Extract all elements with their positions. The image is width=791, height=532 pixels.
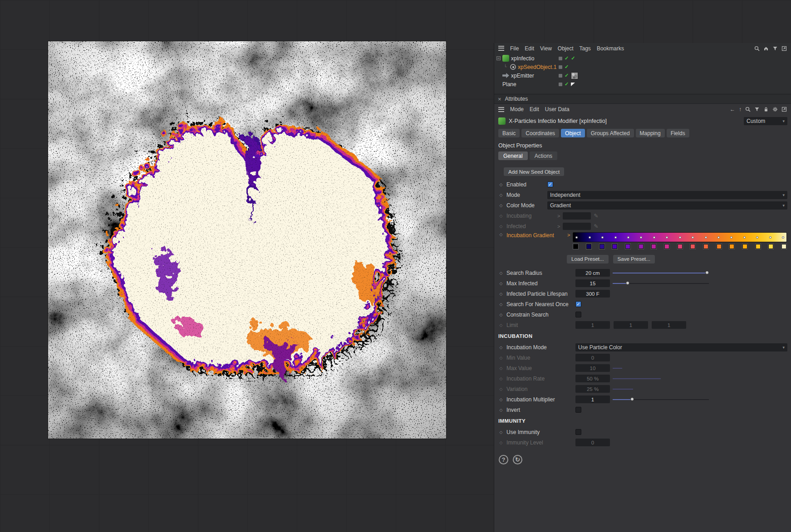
mode-dropdown[interactable]: Independent ▾ [547,191,787,199]
expander-icon[interactable]: − [496,56,501,60]
max-infected-input[interactable]: 15 [575,279,610,287]
gradient-knot[interactable] [678,244,683,249]
keyframe-diamond[interactable]: ◇ [498,292,504,296]
infected-color-field[interactable] [563,223,591,230]
invert-checkbox[interactable] [575,407,581,413]
hamburger-icon[interactable] [498,107,504,112]
limit-input-y[interactable]: 1 [614,321,648,329]
tab-groups-affected[interactable]: Groups Affected [587,129,634,137]
incubation-multiplier-input[interactable]: 1 [575,395,610,403]
close-icon[interactable]: × [498,96,501,102]
gradient-knot[interactable] [756,244,761,249]
gear-icon[interactable] [772,107,778,112]
refresh-icon[interactable]: ↻ [513,455,522,464]
keyframe-diamond[interactable]: ◇ [498,271,504,275]
color-mode-dropdown[interactable]: Gradient ▾ [547,201,787,210]
menu-user-data[interactable]: User Data [545,106,570,112]
subtab-actions[interactable]: Actions [530,151,557,160]
hamburger-icon[interactable] [498,46,504,51]
menu-view[interactable]: View [540,45,552,52]
slider-handle[interactable] [705,271,709,274]
object-name[interactable]: Plane [502,81,516,88]
gradient-knot[interactable] [599,244,604,249]
enabled-check-icon[interactable]: ✓ [565,82,569,87]
keyframe-diamond[interactable]: ◇ [498,182,504,187]
material-thumbnail[interactable] [571,72,578,79]
gradient-knot[interactable] [573,244,578,249]
menu-bookmarks[interactable]: Bookmarks [597,45,624,52]
gradient-knot[interactable] [664,244,669,249]
limit-input-z[interactable]: 1 [652,321,686,329]
back-arrow-icon[interactable]: ← [730,106,735,112]
tab-coordinates[interactable]: Coordinates [521,129,559,137]
tab-fields[interactable]: Fields [667,129,689,137]
external-panel-icon[interactable] [781,107,787,112]
menu-file[interactable]: File [510,45,519,52]
keyframe-diamond[interactable]: ◇ [498,345,504,350]
object-name[interactable]: xpInfectio [511,55,534,62]
home-icon[interactable] [763,46,769,51]
incubation-gradient-bar[interactable] [573,232,787,242]
enabled-check-icon[interactable]: ✓ [565,64,569,69]
incubation-multiplier-slider[interactable] [613,397,709,402]
gradient-knot[interactable] [612,244,617,249]
keyframe-diamond[interactable]: ◇ [498,302,504,307]
object-name[interactable]: xpEmitter [511,73,534,79]
visibility-dot[interactable] [559,83,562,86]
gradient-knot[interactable] [768,244,773,249]
enabled-check-icon[interactable]: ✓ [565,73,569,78]
gradient-knot[interactable] [717,244,722,249]
incubating-color-field[interactable] [563,212,591,220]
limit-input-x[interactable]: 1 [575,321,610,329]
gradient-knot[interactable] [690,244,695,249]
use-immunity-checkbox[interactable] [575,429,581,435]
help-icon[interactable]: ? [499,455,508,464]
tab-mapping[interactable]: Mapping [636,129,665,137]
search-radius-input[interactable]: 20 cm [575,269,610,277]
texture-tag-icon[interactable] [571,83,575,86]
gradient-knot[interactable] [651,244,656,249]
visibility-dot[interactable] [559,74,562,78]
tab-basic[interactable]: Basic [498,129,520,137]
preset-dropdown[interactable]: Custom ▾ [744,117,787,125]
keyframe-diamond[interactable]: ◇ [498,312,504,317]
menu-mode[interactable]: Mode [510,106,524,112]
immunity-level-input[interactable]: 0 [575,439,610,446]
keyframe-diamond[interactable]: ◇ [498,193,504,197]
keyframe-diamond[interactable]: ◇ [498,397,504,402]
chevron-right-icon[interactable]: > [557,213,560,219]
gradient-knot[interactable] [625,244,630,249]
incubation-rate-input[interactable]: 50 % [575,375,610,382]
slider-handle[interactable] [626,281,629,285]
gradient-knot[interactable] [742,244,747,249]
incubation-mode-dropdown[interactable]: Use Particle Color ▾ [575,343,787,351]
search-icon[interactable] [754,46,760,51]
chevron-right-icon[interactable]: > [567,232,570,238]
visibility-dot[interactable] [559,57,562,60]
tab-object[interactable]: Object [561,129,585,137]
add-new-seed-object-button[interactable]: Add New Seed Object [504,167,564,176]
up-arrow-icon[interactable]: ↑ [739,106,742,112]
tree-item-plane[interactable]: Plane ✓ [494,80,791,88]
tree-item-xpinfectio[interactable]: − xpInfectio ✓ ✓ [494,54,791,63]
variation-input[interactable]: 25 % [575,385,610,393]
search-icon[interactable] [745,107,751,112]
infected-particle-lifespan-input[interactable]: 300 F [575,290,610,298]
menu-edit[interactable]: Edit [525,45,534,52]
search-radius-slider[interactable] [613,271,709,275]
keyframe-diamond[interactable]: ◇ [498,203,504,208]
gradient-knot[interactable] [781,244,786,249]
max-infected-slider[interactable] [613,281,709,286]
filter-icon[interactable] [772,46,778,51]
visibility-dot[interactable] [559,65,562,69]
filter-icon[interactable] [754,107,760,112]
search-for-nearest-once-checkbox[interactable]: ✓ [575,301,581,307]
gradient-knot[interactable] [703,244,708,249]
keyframe-diamond[interactable]: ◇ [498,232,504,237]
object-name[interactable]: xpSeedObject.1 [518,64,556,70]
constrain-search-checkbox[interactable] [575,312,581,317]
tree-item-xpseedobject[interactable]: └ xpSeedObject.1 ✓ [494,63,791,71]
tree-item-xpemitter[interactable]: xpEmitter ✓ [494,71,791,80]
gradient-knot[interactable] [639,244,644,249]
menu-object[interactable]: Object [558,45,574,52]
